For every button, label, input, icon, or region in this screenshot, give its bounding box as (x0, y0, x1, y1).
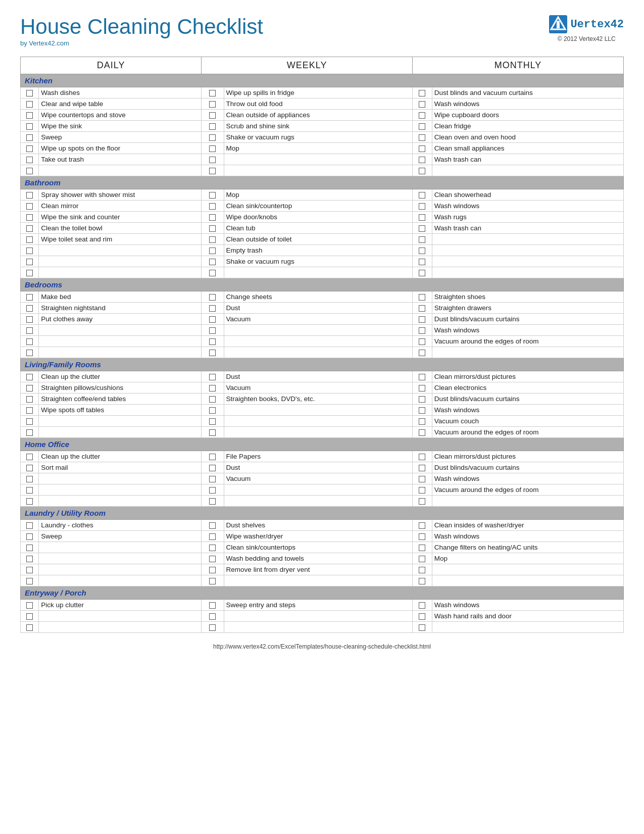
weekly-checkbox-cell[interactable] (202, 473, 224, 484)
monthly-checkbox-cell[interactable] (413, 110, 432, 121)
weekly-checkbox[interactable] (209, 259, 216, 265)
monthly-checkbox[interactable] (419, 556, 425, 562)
weekly-checkbox-cell[interactable] (202, 427, 224, 438)
weekly-checkbox[interactable] (209, 407, 216, 414)
weekly-checkbox-cell[interactable] (202, 234, 224, 245)
daily-checkbox[interactable] (26, 145, 33, 152)
weekly-checkbox-cell[interactable] (202, 622, 224, 633)
daily-checkbox-cell[interactable] (21, 553, 39, 564)
monthly-checkbox[interactable] (419, 101, 425, 108)
daily-checkbox[interactable] (26, 134, 33, 141)
weekly-checkbox-cell[interactable] (202, 611, 224, 622)
weekly-checkbox-cell[interactable] (202, 462, 224, 473)
monthly-checkbox[interactable] (419, 578, 425, 584)
weekly-checkbox-cell[interactable] (202, 121, 224, 132)
daily-checkbox-cell[interactable] (21, 132, 39, 143)
weekly-checkbox[interactable] (209, 578, 216, 584)
daily-checkbox-cell[interactable] (21, 154, 39, 165)
weekly-checkbox[interactable] (209, 385, 216, 391)
daily-checkbox[interactable] (26, 498, 33, 505)
weekly-checkbox-cell[interactable] (202, 165, 224, 176)
weekly-checkbox[interactable] (209, 487, 216, 494)
monthly-checkbox[interactable] (419, 112, 425, 119)
daily-checkbox[interactable] (26, 214, 33, 221)
daily-checkbox[interactable] (26, 476, 33, 482)
monthly-checkbox-cell[interactable] (413, 234, 432, 245)
weekly-checkbox[interactable] (209, 476, 216, 482)
daily-checkbox-cell[interactable] (21, 542, 39, 553)
daily-checkbox-cell[interactable] (21, 496, 39, 507)
monthly-checkbox-cell[interactable] (413, 201, 432, 212)
daily-checkbox[interactable] (26, 90, 33, 96)
weekly-checkbox-cell[interactable] (202, 267, 224, 278)
monthly-checkbox-cell[interactable] (413, 542, 432, 553)
monthly-checkbox[interactable] (419, 134, 425, 141)
daily-checkbox-cell[interactable] (21, 189, 39, 201)
daily-checkbox-cell[interactable] (21, 212, 39, 223)
daily-checkbox[interactable] (26, 418, 33, 425)
monthly-checkbox-cell[interactable] (413, 154, 432, 165)
monthly-checkbox[interactable] (419, 567, 425, 573)
daily-checkbox[interactable] (26, 602, 33, 609)
weekly-checkbox[interactable] (209, 624, 216, 631)
monthly-checkbox[interactable] (419, 476, 425, 482)
daily-checkbox[interactable] (26, 396, 33, 403)
monthly-checkbox-cell[interactable] (413, 462, 432, 473)
daily-checkbox[interactable] (26, 294, 33, 301)
weekly-checkbox-cell[interactable] (202, 245, 224, 256)
daily-checkbox-cell[interactable] (21, 245, 39, 256)
daily-checkbox[interactable] (26, 203, 33, 210)
monthly-checkbox-cell[interactable] (413, 165, 432, 176)
daily-checkbox[interactable] (26, 168, 33, 174)
weekly-checkbox[interactable] (209, 465, 216, 471)
daily-checkbox[interactable] (26, 270, 33, 276)
weekly-checkbox[interactable] (209, 214, 216, 221)
monthly-checkbox-cell[interactable] (413, 564, 432, 575)
weekly-checkbox-cell[interactable] (202, 189, 224, 201)
daily-checkbox-cell[interactable] (21, 382, 39, 394)
daily-checkbox-cell[interactable] (21, 611, 39, 622)
daily-checkbox[interactable] (26, 248, 33, 254)
monthly-checkbox-cell[interactable] (413, 143, 432, 154)
weekly-checkbox[interactable] (209, 454, 216, 460)
weekly-checkbox-cell[interactable] (202, 496, 224, 507)
weekly-checkbox-cell[interactable] (202, 212, 224, 223)
monthly-checkbox[interactable] (419, 90, 425, 96)
monthly-checkbox[interactable] (419, 192, 425, 199)
weekly-checkbox[interactable] (209, 522, 216, 529)
weekly-checkbox-cell[interactable] (202, 553, 224, 564)
weekly-checkbox[interactable] (209, 112, 216, 119)
monthly-checkbox-cell[interactable] (413, 256, 432, 267)
daily-checkbox[interactable] (26, 429, 33, 436)
weekly-checkbox-cell[interactable] (202, 575, 224, 586)
daily-checkbox-cell[interactable] (21, 462, 39, 473)
monthly-checkbox-cell[interactable] (413, 622, 432, 633)
weekly-checkbox-cell[interactable] (202, 371, 224, 382)
weekly-checkbox[interactable] (209, 374, 216, 380)
weekly-checkbox-cell[interactable] (202, 314, 224, 325)
daily-checkbox-cell[interactable] (21, 291, 39, 303)
daily-checkbox-cell[interactable] (21, 303, 39, 314)
daily-checkbox[interactable] (26, 487, 33, 494)
daily-checkbox[interactable] (26, 123, 33, 130)
weekly-checkbox-cell[interactable] (202, 394, 224, 405)
daily-checkbox[interactable] (26, 567, 33, 573)
daily-checkbox[interactable] (26, 112, 33, 119)
monthly-checkbox-cell[interactable] (413, 484, 432, 496)
monthly-checkbox[interactable] (419, 214, 425, 221)
daily-checkbox-cell[interactable] (21, 87, 39, 99)
weekly-checkbox-cell[interactable] (202, 325, 224, 336)
weekly-checkbox[interactable] (209, 316, 216, 323)
monthly-checkbox-cell[interactable] (413, 99, 432, 110)
daily-checkbox[interactable] (26, 259, 33, 265)
monthly-checkbox[interactable] (419, 545, 425, 551)
weekly-checkbox-cell[interactable] (202, 451, 224, 462)
daily-checkbox-cell[interactable] (21, 564, 39, 575)
monthly-checkbox-cell[interactable] (413, 267, 432, 278)
monthly-checkbox-cell[interactable] (413, 427, 432, 438)
monthly-checkbox-cell[interactable] (413, 121, 432, 132)
daily-checkbox[interactable] (26, 556, 33, 562)
daily-checkbox[interactable] (26, 613, 33, 620)
monthly-checkbox[interactable] (419, 487, 425, 494)
weekly-checkbox[interactable] (209, 613, 216, 620)
